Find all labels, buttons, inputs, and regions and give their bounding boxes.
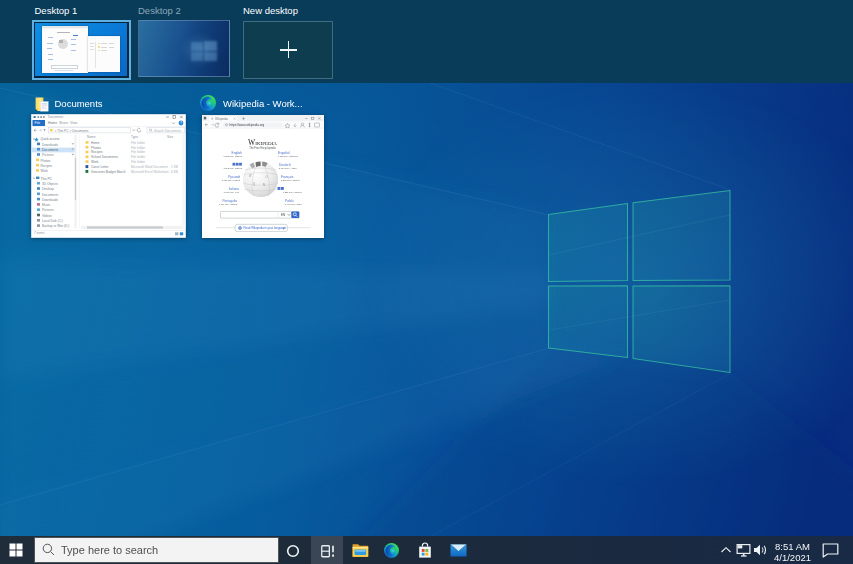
svg-text:Pictures: Pictures [42,208,54,212]
svg-text:1 KB: 1 KB [171,164,178,168]
svg-text:1 756 000+ статей: 1 756 000+ статей [221,179,240,181]
svg-text:Documents: Documents [48,115,64,119]
svg-text:Photos: Photos [41,158,51,162]
svg-text:EN: EN [281,213,285,217]
svg-text:https://www.wikipedia.org: https://www.wikipedia.org [229,123,264,127]
svg-text:Recipes: Recipes [91,150,103,154]
svg-text:Read Wikipedia in your languag: Read Wikipedia in your language [243,226,286,230]
svg-text:Home: Home [48,121,57,125]
svg-text:This PC: This PC [41,176,53,180]
svg-text:Home: Home [91,140,100,144]
svg-text:1 231 000+ articles: 1 231 000+ articles [283,191,302,193]
svg-text:1 490 000+ haseł: 1 490 000+ haseł [285,203,302,205]
svg-text:School Documents: School Documents [91,155,118,159]
svg-text:?: ? [180,121,182,125]
svg-text:Downloads: Downloads [42,197,58,201]
svg-text:Work: Work [41,169,49,173]
svg-text:File folder: File folder [131,145,146,149]
svg-text:Quick access: Quick access [41,137,60,141]
svg-text:1 718 000+ voci: 1 718 000+ voci [223,191,239,193]
svg-text:1 755 000+ artículos: 1 755 000+ artículos [278,155,299,157]
svg-text:Documents: Documents [42,192,59,196]
svg-text:File folder: File folder [131,150,146,154]
svg-text:2 617 000+ Artikel: 2 617 000+ Artikel [279,167,297,169]
svg-text:Recipes: Recipes [41,163,53,167]
svg-text:7 items: 7 items [34,231,45,235]
svg-text:6 383 000+ articles: 6 383 000+ articles [223,155,242,157]
svg-text:Desktop: Desktop [42,187,54,191]
svg-text:1 292 000+ articles: 1 292 000+ articles [223,167,242,169]
svg-text:2 362 000+ articles: 2 362 000+ articles [281,179,300,181]
svg-text:Microsoft Excel Worksheet: Microsoft Excel Worksheet [131,169,169,173]
svg-text:Downloads: Downloads [42,142,58,146]
svg-text:Size: Size [167,135,173,139]
svg-text:Wikipedia: Wikipedia [215,116,228,120]
svg-text:Wikipedia: Wikipedia [248,137,277,146]
svg-text:Groceries Budget March: Groceries Budget March [91,169,126,173]
svg-text:Photos: Photos [91,145,101,149]
svg-text:File folder: File folder [131,159,146,163]
svg-text:Backup or Wor (D:): Backup or Wor (D:) [42,224,69,228]
svg-text:Name: Name [87,135,96,139]
svg-text:The Free Encyclopedia: The Free Encyclopedia [249,146,276,150]
svg-text:3D Objects: 3D Objects [42,181,58,185]
svg-text:Work: Work [91,159,99,163]
svg-text:6 KB: 6 KB [171,169,178,173]
svg-text:File: File [35,121,41,125]
svg-text:Videos: Videos [42,213,52,217]
svg-text:View: View [70,121,78,125]
svg-text:Share: Share [59,121,68,125]
svg-text:> This PC > Documents: > This PC > Documents [55,128,89,132]
svg-text:Music: Music [42,203,51,207]
svg-text:Search Documents: Search Documents [154,128,182,132]
svg-text:File folder: File folder [131,155,146,159]
svg-text:Documents: Documents [42,147,59,151]
svg-text:Cover Letter: Cover Letter [91,164,109,168]
svg-text:Local Disk (C:): Local Disk (C:) [42,219,63,223]
svg-text:Pictures: Pictures [42,153,54,157]
svg-text:File folder: File folder [131,140,146,144]
svg-text:Q: Q [253,182,255,186]
svg-text:N: N [263,183,265,187]
svg-text:Microsoft Word Document: Microsoft Word Document [131,164,168,168]
svg-text:1 074 000+ artigos: 1 074 000+ artigos [218,203,237,205]
svg-text:Type: Type [131,135,138,139]
svg-text:O: O [265,175,267,179]
